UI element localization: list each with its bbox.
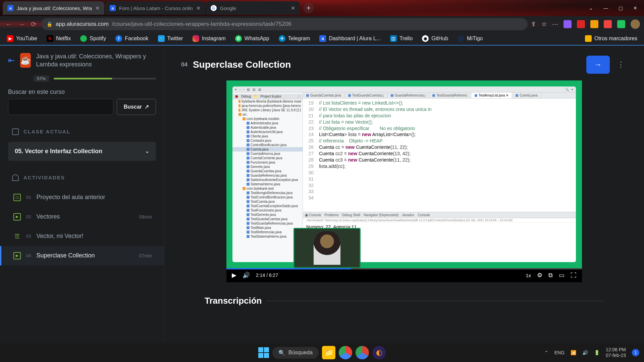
course-search-input[interactable] bbox=[8, 99, 113, 115]
clock[interactable]: 12:06 PM 07-feb-23 bbox=[606, 347, 626, 358]
playback-speed[interactable]: 1x bbox=[526, 273, 531, 278]
bookmark-facebook[interactable]: fFacebook bbox=[115, 35, 148, 42]
ide-screenshot: ▾▫▫▤▤▤🔍▾ 🐞Debug📁Project Explor⋮ bytebank… bbox=[232, 86, 576, 262]
other-bookmarks[interactable]: Otros marcadores bbox=[585, 35, 637, 42]
chapter-dropdown[interactable]: 05. Vector e Interfaz Collection ⌄ bbox=[8, 142, 156, 161]
activity-superclase-collection[interactable]: ▶ 04 Superclase Collection 07min bbox=[0, 246, 164, 265]
project-icon: ◫ bbox=[13, 194, 21, 201]
fullscreen-icon[interactable]: ⛶ bbox=[571, 272, 577, 279]
url-path: /course/java-util-colecciones-wrappers-l… bbox=[112, 21, 291, 27]
bookmark-alura[interactable]: aDashboard | Alura L... bbox=[319, 35, 380, 42]
wifi-icon[interactable]: 📶 bbox=[571, 350, 576, 355]
list-icon: ☰ bbox=[13, 233, 21, 240]
extension-icon[interactable] bbox=[590, 20, 598, 28]
minimize-icon[interactable]: — bbox=[602, 5, 609, 11]
maximize-icon[interactable]: ▢ bbox=[617, 5, 624, 11]
tab-google[interactable]: G Google ✕ bbox=[206, 1, 300, 15]
chrome-icon[interactable] bbox=[339, 346, 352, 359]
extension-icon[interactable] bbox=[577, 20, 585, 28]
search-button[interactable]: Buscar ↗ bbox=[117, 99, 156, 115]
browser-titlebar: a Java y java.util: Colecciones, Wra ✕ a… bbox=[0, 0, 644, 16]
search-label: Buscar en este curso bbox=[0, 88, 164, 96]
activity-vector-mi-vector[interactable]: ☰ 03 Vector, mi Vector! bbox=[0, 227, 164, 246]
mitigo-icon bbox=[458, 35, 464, 42]
close-tab-icon[interactable]: ✕ bbox=[95, 5, 100, 11]
course-title: Java y java.util: Colecciones, Wrappers … bbox=[36, 52, 156, 69]
activity-proyecto[interactable]: ◫ 01 Proyecto del aula anterior bbox=[0, 188, 164, 207]
instructor-webcam bbox=[293, 228, 361, 268]
bookmark-telegram[interactable]: ✈Telegram bbox=[279, 35, 310, 42]
close-window-icon[interactable]: ✕ bbox=[632, 5, 639, 11]
more-menu-icon[interactable]: ⋮ bbox=[614, 60, 627, 69]
share-icon[interactable]: ⇪ bbox=[531, 20, 536, 28]
volume-icon[interactable]: 🔊 bbox=[582, 350, 588, 355]
alura-favicon: a bbox=[110, 5, 116, 11]
close-tab-icon[interactable]: ✕ bbox=[291, 5, 295, 11]
theater-icon[interactable]: ▭ bbox=[559, 272, 565, 279]
bookmark-spotify[interactable]: Spotify bbox=[80, 35, 106, 42]
tab-alura-foro[interactable]: a Foro | Alura Latam - Cursos onlin ✕ bbox=[105, 1, 205, 15]
lock-icon: 🔒 bbox=[47, 21, 52, 27]
file-explorer-icon[interactable]: 📁 bbox=[322, 346, 335, 359]
bookmark-github[interactable]: ◉GitHub bbox=[422, 35, 448, 42]
twitter-icon: 🐦 bbox=[158, 35, 165, 42]
chevron-down-icon[interactable]: ⌄ bbox=[588, 5, 594, 11]
tab-title: Foro | Alura Latam - Cursos onlin bbox=[119, 5, 193, 11]
video-player: ▾▫▫▤▤▤🔍▾ 🐞Debug📁Project Explor⋮ bytebank… bbox=[226, 80, 582, 282]
chrome-canary-icon[interactable] bbox=[356, 346, 369, 359]
video-icon: ▶ bbox=[13, 213, 21, 221]
bookmark-mitigo[interactable]: MiTigo bbox=[458, 35, 483, 42]
bookmark-whatsapp[interactable]: ✆WhatsApp bbox=[235, 35, 269, 42]
tray-chevron-icon[interactable]: ⌃ bbox=[544, 350, 548, 355]
extensions-icon[interactable]: ⋯ bbox=[552, 20, 558, 28]
extension-icon[interactable] bbox=[604, 20, 612, 28]
whatsapp-icon: ✆ bbox=[235, 35, 242, 42]
taskbar-search[interactable]: 🔍Búsqueda bbox=[272, 347, 319, 359]
volume-icon[interactable]: 🔊 bbox=[243, 272, 250, 279]
eclipse-icon[interactable]: ◐ bbox=[372, 346, 386, 359]
pip-icon[interactable]: ⧉ bbox=[548, 272, 553, 279]
course-icon: ☕ bbox=[20, 53, 31, 68]
extension-icon[interactable] bbox=[617, 20, 625, 28]
external-link-icon: ↗ bbox=[145, 104, 149, 110]
back-to-courses-icon[interactable]: ⇤ bbox=[8, 56, 15, 65]
settings-icon[interactable]: ⚙ bbox=[537, 272, 542, 279]
bookmark-star-icon[interactable]: ☆ bbox=[541, 20, 547, 28]
language-indicator[interactable]: ENG bbox=[554, 350, 565, 355]
video-time: 2:14 / 6:27 bbox=[256, 273, 278, 278]
google-favicon: G bbox=[211, 5, 217, 11]
bookmark-instagram[interactable]: Instagram bbox=[193, 35, 226, 42]
video-icon: ▶ bbox=[13, 252, 21, 259]
youtube-icon: ▶ bbox=[7, 35, 13, 42]
bookmark-netflix[interactable]: NNetflix bbox=[47, 35, 71, 42]
chevron-down-icon: ⌄ bbox=[145, 148, 149, 154]
url-input[interactable]: 🔒 app.aluracursos.com/course/java-util-c… bbox=[41, 18, 528, 30]
bookmark-youtube[interactable]: ▶YouTube bbox=[7, 35, 37, 42]
book-icon bbox=[12, 128, 19, 135]
reload-icon[interactable]: ⟳ bbox=[30, 20, 38, 28]
new-tab-button[interactable]: + bbox=[303, 3, 314, 13]
close-tab-icon[interactable]: ✕ bbox=[196, 5, 201, 11]
start-button[interactable] bbox=[258, 347, 269, 358]
profile-avatar[interactable] bbox=[631, 19, 640, 29]
telegram-icon: ✈ bbox=[279, 35, 285, 42]
lesson-title: Superclase Collection bbox=[193, 59, 291, 70]
extension-icon[interactable] bbox=[564, 20, 572, 28]
notification-badge[interactable]: 1 bbox=[632, 349, 639, 356]
progress-bar bbox=[54, 78, 156, 79]
next-lesson-button[interactable]: → bbox=[586, 56, 610, 74]
search-icon: 🔍 bbox=[278, 350, 285, 356]
activity-vectores[interactable]: ▶ 02 Vectores 08min bbox=[0, 207, 164, 227]
play-button[interactable]: ▶ bbox=[232, 272, 236, 279]
spotify-icon bbox=[80, 35, 87, 42]
netflix-icon: N bbox=[47, 35, 53, 42]
forward-icon[interactable]: → bbox=[17, 20, 26, 28]
video-progress-bar[interactable] bbox=[226, 268, 582, 269]
tab-alura-course[interactable]: a Java y java.util: Colecciones, Wra ✕ bbox=[3, 1, 104, 15]
trello-icon: ◫ bbox=[390, 35, 397, 42]
battery-icon[interactable]: 🔋 bbox=[594, 350, 600, 355]
back-icon[interactable]: ← bbox=[4, 20, 13, 28]
bookmark-trello[interactable]: ◫Trello bbox=[390, 35, 413, 42]
bookmark-twitter[interactable]: 🐦Twitter bbox=[158, 35, 183, 42]
content-area: 04 Superclase Collection → ⋮ ▾▫▫▤▤▤🔍▾ 🐞D… bbox=[164, 46, 644, 343]
